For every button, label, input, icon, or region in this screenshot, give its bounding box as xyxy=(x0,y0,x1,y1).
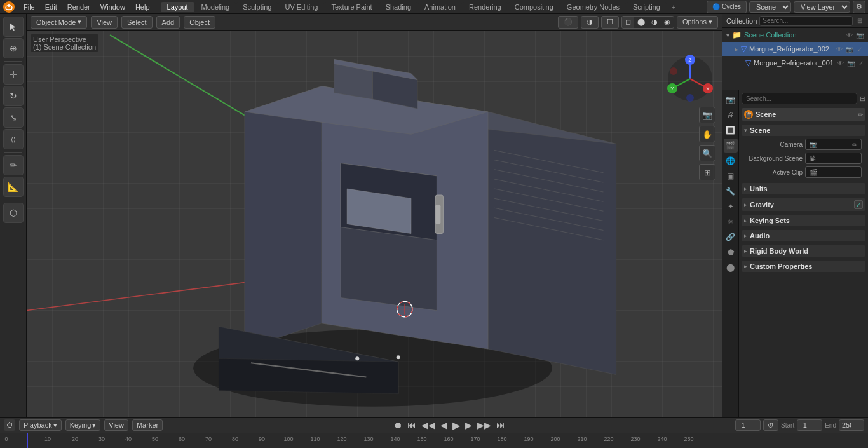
render-visibility-icon-001[interactable]: 📷 xyxy=(846,58,855,67)
cursor-tool-btn[interactable]: ⊕ xyxy=(3,38,24,58)
tab-shading[interactable]: Shading xyxy=(379,2,417,12)
tab-layout[interactable]: Layout xyxy=(161,2,194,12)
material-props-icon[interactable]: ⬤ xyxy=(724,261,738,275)
viewport-canvas[interactable]: Z X Y 📷 ✋ 🔍 xyxy=(27,31,722,417)
modifier-props-icon[interactable]: 🔧 xyxy=(724,184,738,198)
menu-window[interactable]: Window xyxy=(96,2,130,12)
visibility-icon-002[interactable]: 👁 xyxy=(835,44,844,53)
object-props-icon[interactable]: ▣ xyxy=(724,169,738,183)
snap-view-btn[interactable]: ⊞ xyxy=(699,164,715,180)
render-props-icon[interactable]: 📷 xyxy=(724,93,738,107)
jump-start-btn[interactable]: ⏮ xyxy=(406,420,417,430)
render-visibility-icon[interactable]: 📷 xyxy=(855,31,864,39)
viewport-xray-btn[interactable]: ☐ xyxy=(601,16,619,29)
axes-gizmo[interactable]: Z X Y xyxy=(665,53,715,104)
jump-end-btn[interactable]: ⏭ xyxy=(495,420,506,430)
select-visibility-icon-001[interactable]: ✓ xyxy=(857,58,865,67)
render-visibility-icon-002[interactable]: 📷 xyxy=(845,44,854,53)
outliner-scene-collection[interactable]: ▾ 📁 Scene Collection 👁 📷 xyxy=(722,28,868,42)
timeline-ruler-area[interactable]: 0 10 20 30 40 50 60 70 80 90 100 110 120… xyxy=(0,433,868,448)
rendered-btn[interactable]: ◉ xyxy=(661,17,674,28)
add-workspace-tab[interactable]: + xyxy=(667,2,680,12)
menu-render[interactable]: Render xyxy=(63,2,95,12)
measure-tool-btn[interactable]: 📐 xyxy=(3,177,24,197)
tab-animation[interactable]: Animation xyxy=(418,2,462,12)
frame-clock-btn[interactable]: ⏱ xyxy=(763,419,778,431)
select-visibility-icon-002[interactable]: ✓ xyxy=(855,44,864,53)
units-section-header[interactable]: ▸ Units xyxy=(742,183,865,194)
visibility-icon[interactable]: 👁 xyxy=(845,31,854,39)
solid-btn[interactable]: ⬤ xyxy=(634,17,648,28)
scene-section-header[interactable]: ▾ Scene xyxy=(742,125,865,136)
engine-selector[interactable]: 🔵 Cycles xyxy=(707,1,747,13)
constraints-props-icon[interactable]: 🔗 xyxy=(724,230,738,244)
object-mode-btn[interactable]: Object Mode ▾ xyxy=(31,16,87,29)
current-frame-input[interactable]: 1 xyxy=(735,419,761,431)
add-menu-btn[interactable]: Add xyxy=(156,16,180,29)
scene-props-edit-icon[interactable]: ✏ xyxy=(858,111,863,118)
props-filter-icon[interactable]: ⊟ xyxy=(860,95,865,103)
annotate-tool-btn[interactable]: ✏ xyxy=(3,155,24,175)
play-btn[interactable]: ▶ xyxy=(451,419,461,431)
tab-rendering[interactable]: Rendering xyxy=(463,2,508,12)
particles-props-icon[interactable]: ✦ xyxy=(724,200,738,214)
background-scene-value[interactable]: 📽 xyxy=(805,153,862,164)
menu-file[interactable]: File xyxy=(19,2,39,12)
outliner-item-morgue-002[interactable]: ▸ ▽ Morgue_Refrigerator_002 👁 📷 ✓ xyxy=(722,42,868,56)
scene-selector[interactable]: Scene xyxy=(749,1,791,13)
output-props-icon[interactable]: 🖨 xyxy=(724,108,738,122)
options-btn[interactable]: Options ▾ xyxy=(677,16,718,29)
scale-tool-btn[interactable]: ⤡ xyxy=(3,107,24,128)
marker-menu-btn[interactable]: Marker xyxy=(132,419,163,431)
prev-keyframe-btn[interactable]: ◀◀ xyxy=(420,420,437,430)
physics-props-icon[interactable]: ⚛ xyxy=(724,215,738,229)
move-tool-btn[interactable]: ✛ xyxy=(3,64,24,85)
timeline-mode-icon[interactable]: ⏱ xyxy=(4,419,15,431)
tab-uv-editing[interactable]: UV Editing xyxy=(278,2,324,12)
world-props-icon[interactable]: 🌐 xyxy=(724,154,738,168)
select-menu-btn[interactable]: Select xyxy=(121,16,153,29)
view-layer-props-icon[interactable]: 🔳 xyxy=(724,123,738,137)
object-menu-btn[interactable]: Object xyxy=(184,16,215,29)
active-clip-value[interactable]: 🎬 xyxy=(805,166,862,178)
outliner-search-input[interactable] xyxy=(759,16,853,26)
wireframe-btn[interactable]: ◻ xyxy=(622,17,634,28)
scene-props-icon[interactable]: 🎬 xyxy=(724,139,738,153)
viewport-overlay-btn[interactable]: ◑ xyxy=(581,16,599,29)
menu-help[interactable]: Help xyxy=(131,2,154,12)
playback-menu-btn[interactable]: Playback ▾ xyxy=(19,419,62,431)
data-props-icon[interactable]: ⬟ xyxy=(724,245,738,259)
tab-sculpting[interactable]: Sculpting xyxy=(236,2,278,12)
playhead[interactable] xyxy=(27,433,28,448)
props-search-input[interactable] xyxy=(742,93,857,104)
tab-texture-paint[interactable]: Texture Paint xyxy=(325,2,378,12)
view-menu-btn[interactable]: View xyxy=(91,16,118,29)
prev-frame-btn[interactable]: ◀ xyxy=(439,420,449,430)
keying-sets-header[interactable]: ▸ Keying Sets xyxy=(742,215,865,226)
visibility-icon-001[interactable]: 👁 xyxy=(836,58,845,67)
zoom-nav-btn[interactable]: 🔍 xyxy=(699,145,715,161)
tab-scripting[interactable]: Scripting xyxy=(627,2,667,12)
gravity-checkbox[interactable]: ✓ xyxy=(854,200,863,209)
tab-compositing[interactable]: Compositing xyxy=(508,2,560,12)
hand-nav-btn[interactable]: ✋ xyxy=(699,126,715,142)
rotate-tool-btn[interactable]: ↻ xyxy=(3,86,24,106)
camera-nav-btn[interactable]: 📷 xyxy=(699,107,715,123)
keying-menu-btn[interactable]: Keying ▾ xyxy=(65,419,101,431)
transform-tool-btn[interactable]: ⟨⟩ xyxy=(3,129,24,149)
camera-value[interactable]: 📷 ✏ xyxy=(805,139,862,150)
next-keyframe-btn[interactable]: ▶▶ xyxy=(476,420,492,430)
next-frame-btn[interactable]: ▶ xyxy=(464,420,473,430)
filter-icon[interactable]: ⊟ xyxy=(855,17,864,25)
material-preview-btn[interactable]: ◑ xyxy=(648,17,661,28)
menu-edit[interactable]: Edit xyxy=(41,2,62,12)
tab-geometry-nodes[interactable]: Geometry Nodes xyxy=(560,2,626,12)
custom-props-header[interactable]: ▸ Custom Properties xyxy=(742,261,865,272)
select-tool-btn[interactable] xyxy=(3,17,24,37)
viewport-shading-btn[interactable]: ⚫ xyxy=(558,16,578,29)
rigid-body-header[interactable]: ▸ Rigid Body World xyxy=(742,245,865,257)
viewport-area[interactable]: Object Mode ▾ View Select Add Object ⚫ ◑… xyxy=(27,14,722,417)
tab-modeling[interactable]: Modeling xyxy=(195,2,236,12)
audio-section-header[interactable]: ▸ Audio xyxy=(742,230,865,241)
view-menu-btn-timeline[interactable]: View xyxy=(104,419,128,431)
